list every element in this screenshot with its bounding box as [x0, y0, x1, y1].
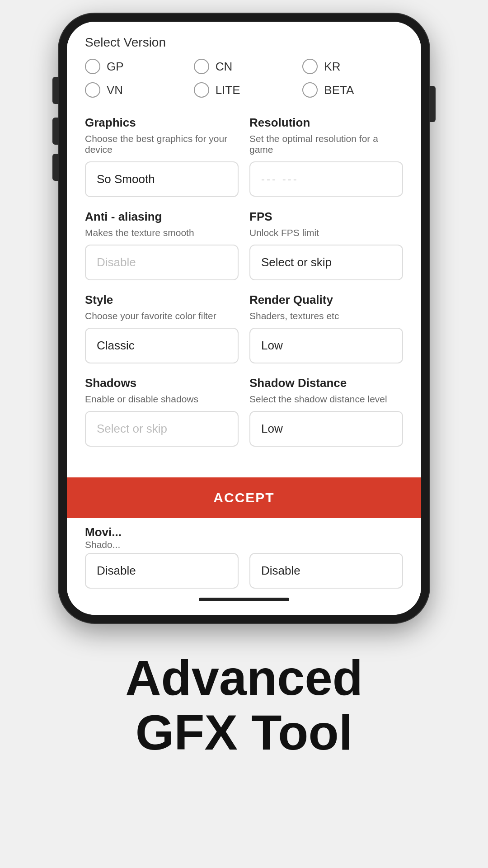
- renderquality-item: Render Quality Shaders, textures etc Low: [249, 293, 403, 363]
- style-box[interactable]: Classic: [85, 328, 239, 363]
- shadowdistance-subtitle: Select the shadow distance level: [249, 394, 403, 405]
- shadows-value: Select or skip: [97, 422, 167, 436]
- accept-bar[interactable]: ACCEPT: [67, 477, 421, 518]
- antialiasing-box[interactable]: Disable: [85, 245, 239, 280]
- motion-blur-left-item: Movi... Shado... Disable: [85, 525, 239, 589]
- version-radio-group: GP CN KR VN: [85, 59, 403, 98]
- radio-cn[interactable]: CN: [194, 59, 295, 74]
- motion-blur-right-box[interactable]: Disable: [249, 553, 403, 589]
- style-value: Classic: [97, 339, 135, 353]
- motion-blur-left-sub: Shado...: [85, 539, 239, 550]
- shadows-title: Shadows: [85, 376, 239, 390]
- version-section: Select Version GP CN KR: [85, 35, 403, 98]
- radio-circle-beta[interactable]: [302, 82, 318, 98]
- radio-gp[interactable]: GP: [85, 59, 186, 74]
- radio-circle-kr[interactable]: [302, 59, 318, 74]
- style-subtitle: Choose your favorite color filter: [85, 311, 239, 321]
- graphics-subtitle: Choose the best graphics for your device: [85, 133, 239, 155]
- renderquality-value: Low: [261, 339, 283, 353]
- shadows-subtitle: Enable or disable shadows: [85, 394, 239, 405]
- style-renderquality-row: Style Choose your favorite color filter …: [85, 293, 403, 363]
- bottom-line1: Advanced: [125, 650, 363, 705]
- antialiasing-title: Anti - aliasing: [85, 210, 239, 224]
- radio-label-kr: KR: [324, 60, 340, 74]
- radio-kr[interactable]: KR: [302, 59, 403, 74]
- radio-label-beta: BETA: [324, 83, 354, 97]
- resolution-title: Resolution: [249, 116, 403, 130]
- fps-value: Select or skip: [261, 255, 332, 269]
- radio-vn[interactable]: VN: [85, 82, 186, 98]
- home-bar: [199, 598, 289, 601]
- style-title: Style: [85, 293, 239, 307]
- motion-blur-right-item: Disable: [249, 525, 403, 589]
- renderquality-box[interactable]: Low: [249, 328, 403, 363]
- radio-circle-gp[interactable]: [85, 59, 100, 74]
- shadowdistance-box[interactable]: Low: [249, 411, 403, 447]
- shadowdistance-title: Shadow Distance: [249, 376, 403, 390]
- accept-label: ACCEPT: [213, 490, 274, 505]
- antialiasing-item: Anti - aliasing Makes the texture smooth…: [85, 210, 239, 280]
- shadows-item: Shadows Enable or disable shadows Select…: [85, 376, 239, 447]
- graphics-value: So Smooth: [97, 172, 155, 186]
- motion-blur-section: Movi... Shado... Disable Disable: [67, 518, 421, 589]
- motion-blur-left-title: Movi...: [85, 525, 239, 539]
- fps-item: FPS Unlock FPS limit Select or skip: [249, 210, 403, 280]
- phone-screen: Select Version GP CN KR: [67, 22, 421, 615]
- shadows-shadowdistance-row: Shadows Enable or disable shadows Select…: [85, 376, 403, 447]
- graphics-item: Graphics Choose the best graphics for yo…: [85, 116, 239, 197]
- radio-label-lite: LITE: [216, 83, 240, 97]
- fps-subtitle: Unlock FPS limit: [249, 227, 403, 238]
- radio-circle-lite[interactable]: [194, 82, 209, 98]
- shadowdistance-item: Shadow Distance Select the shadow distan…: [249, 376, 403, 447]
- shadowdistance-value: Low: [261, 422, 283, 436]
- radio-circle-vn[interactable]: [85, 82, 100, 98]
- radio-beta[interactable]: BETA: [302, 82, 403, 98]
- screen-content: Select Version GP CN KR: [67, 22, 421, 477]
- antialiasing-fps-row: Anti - aliasing Makes the texture smooth…: [85, 210, 403, 280]
- bottom-line2: GFX Tool: [125, 705, 363, 760]
- antialiasing-subtitle: Makes the texture smooth: [85, 227, 239, 238]
- graphics-box[interactable]: So Smooth: [85, 161, 239, 197]
- home-indicator-area: [67, 589, 421, 615]
- shadows-box[interactable]: Select or skip: [85, 411, 239, 447]
- fps-box[interactable]: Select or skip: [249, 245, 403, 280]
- motion-blur-right-title: [249, 525, 403, 539]
- radio-circle-cn[interactable]: [194, 59, 209, 74]
- graphics-resolution-row: Graphics Choose the best graphics for yo…: [85, 116, 403, 197]
- fps-title: FPS: [249, 210, 403, 224]
- graphics-title: Graphics: [85, 116, 239, 130]
- radio-lite[interactable]: LITE: [194, 82, 295, 98]
- radio-label-gp: GP: [107, 60, 124, 74]
- motion-blur-left-value: Disable: [97, 564, 136, 578]
- resolution-box[interactable]: --- ---: [249, 161, 403, 197]
- renderquality-title: Render Quality: [249, 293, 403, 307]
- motion-blur-right-value: Disable: [261, 564, 300, 578]
- resolution-subtitle: Set the optimal resolution for a game: [249, 133, 403, 155]
- motion-row: Movi... Shado... Disable Disable: [85, 525, 403, 589]
- resolution-item: Resolution Set the optimal resolution fo…: [249, 116, 403, 197]
- radio-label-vn: VN: [107, 83, 123, 97]
- resolution-value: --- ---: [261, 173, 299, 185]
- radio-label-cn: CN: [216, 60, 233, 74]
- motion-blur-left-box[interactable]: Disable: [85, 553, 239, 589]
- style-item: Style Choose your favorite color filter …: [85, 293, 239, 363]
- phone-frame: Select Version GP CN KR: [59, 14, 429, 623]
- antialiasing-value: Disable: [97, 255, 136, 269]
- bottom-text-section: Advanced GFX Tool: [89, 650, 399, 760]
- renderquality-subtitle: Shaders, textures etc: [249, 311, 403, 321]
- version-label: Select Version: [85, 35, 403, 50]
- motion-blur-right-sub: [249, 539, 403, 550]
